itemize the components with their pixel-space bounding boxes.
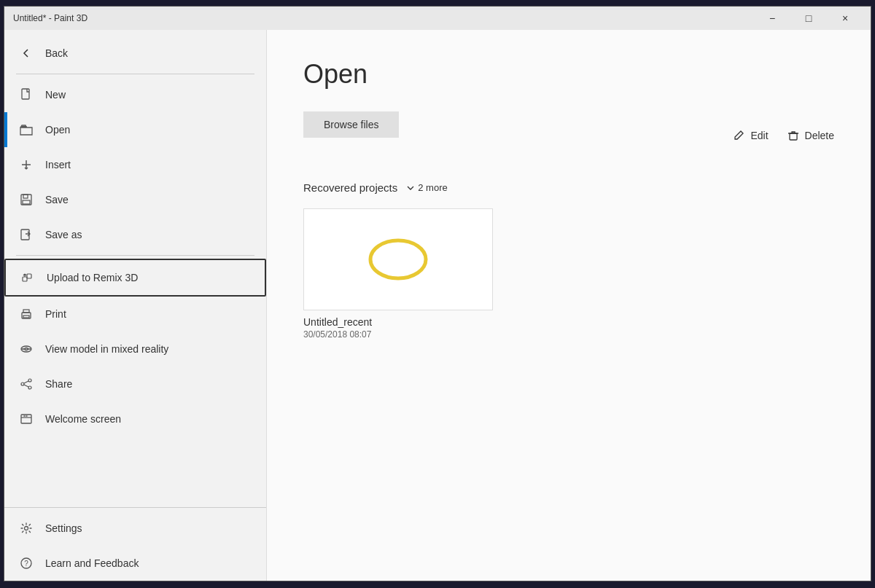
sidebar-item-feedback[interactable]: ? Learn and Feedback bbox=[4, 546, 266, 581]
back-icon bbox=[19, 46, 34, 60]
sidebar-feedback-label: Learn and Feedback bbox=[45, 557, 139, 569]
svg-point-17 bbox=[25, 527, 28, 530]
upload-icon bbox=[20, 270, 35, 285]
mixed-reality-icon bbox=[19, 342, 34, 356]
edit-label: Edit bbox=[750, 130, 768, 141]
title-bar: Untitled* - Paint 3D − □ × bbox=[4, 7, 871, 30]
project-grid: Untitled_recent 30/05/2018 08:07 bbox=[303, 208, 834, 340]
feedback-icon: ? bbox=[19, 556, 34, 571]
welcome-icon bbox=[19, 412, 34, 426]
sidebar-new-label: New bbox=[45, 89, 66, 101]
svg-rect-3 bbox=[23, 195, 28, 198]
sidebar-save-as-label: Save as bbox=[45, 229, 82, 240]
sidebar-divider-2 bbox=[16, 255, 254, 256]
back-label: Back bbox=[45, 47, 68, 59]
minimize-button[interactable]: − bbox=[755, 7, 789, 30]
save-as-icon bbox=[19, 227, 34, 242]
page-title: Open bbox=[303, 59, 834, 90]
project-card[interactable]: Untitled_recent 30/05/2018 08:07 bbox=[303, 208, 493, 340]
sidebar-item-print[interactable]: Print bbox=[4, 297, 266, 332]
edit-button[interactable]: Edit bbox=[731, 128, 768, 143]
close-button[interactable]: × bbox=[828, 7, 862, 30]
new-doc-icon bbox=[19, 87, 34, 102]
project-name: Untitled_recent bbox=[303, 316, 493, 328]
print-icon bbox=[19, 307, 34, 321]
sidebar-item-save-as[interactable]: Save as bbox=[4, 217, 266, 252]
sidebar-divider-1 bbox=[16, 74, 254, 74]
svg-rect-20 bbox=[790, 133, 797, 140]
svg-point-15 bbox=[21, 383, 24, 385]
sidebar-settings-label: Settings bbox=[45, 522, 82, 534]
sidebar-item-save[interactable]: Save bbox=[4, 182, 266, 217]
edit-delete-group: Edit Delete bbox=[731, 128, 834, 143]
window-controls: − □ × bbox=[755, 7, 862, 30]
sidebar-welcome-label: Welcome screen bbox=[45, 413, 121, 425]
sidebar-item-new[interactable]: New bbox=[4, 77, 266, 112]
sidebar: Back New bbox=[4, 30, 267, 581]
delete-button[interactable]: Delete bbox=[786, 128, 834, 143]
sidebar-bottom: Settings ? Learn and Feedback bbox=[4, 507, 266, 581]
open-icon bbox=[19, 122, 34, 137]
window-title: Untitled* - Paint 3D bbox=[13, 13, 88, 23]
sidebar-save-label: Save bbox=[45, 194, 69, 205]
save-icon bbox=[19, 192, 34, 207]
svg-point-14 bbox=[28, 386, 31, 389]
sidebar-item-mixed-reality[interactable]: View model in mixed reality bbox=[4, 332, 266, 366]
sidebar-item-upload[interactable]: Upload to Remix 3D bbox=[4, 259, 266, 297]
delete-label: Delete bbox=[805, 130, 834, 141]
sidebar-share-label: Share bbox=[45, 378, 72, 390]
share-icon bbox=[19, 377, 34, 391]
svg-point-21 bbox=[370, 240, 426, 278]
sidebar-item-share[interactable]: Share bbox=[4, 366, 266, 401]
sidebar-item-settings[interactable]: Settings bbox=[4, 511, 266, 546]
sidebar-item-insert[interactable]: Insert bbox=[4, 147, 266, 182]
svg-rect-4 bbox=[23, 200, 30, 204]
sidebar-spacer bbox=[4, 436, 266, 507]
sidebar-upload-label: Upload to Remix 3D bbox=[47, 272, 138, 283]
svg-rect-7 bbox=[27, 274, 31, 278]
chevron-down-icon bbox=[406, 184, 415, 192]
section-header: Recovered projects 2 more bbox=[303, 181, 834, 194]
svg-rect-6 bbox=[23, 277, 27, 281]
svg-point-13 bbox=[28, 379, 31, 382]
more-label: 2 more bbox=[418, 182, 447, 193]
delete-icon bbox=[786, 128, 801, 143]
sidebar-item-open[interactable]: Open bbox=[4, 112, 266, 147]
project-sketch bbox=[354, 230, 442, 289]
svg-rect-10 bbox=[23, 315, 29, 318]
browse-files-button[interactable]: Browse files bbox=[303, 111, 399, 138]
sidebar-item-back[interactable]: Back bbox=[4, 36, 266, 71]
svg-text:?: ? bbox=[24, 560, 28, 568]
project-thumbnail bbox=[303, 208, 493, 310]
app-window: Untitled* - Paint 3D − □ × Back bbox=[4, 6, 871, 581]
main-content: Open Browse files Edit bbox=[267, 30, 871, 581]
sidebar-open-label: Open bbox=[45, 124, 70, 136]
settings-icon bbox=[19, 521, 34, 536]
sidebar-print-label: Print bbox=[45, 308, 66, 320]
more-link[interactable]: 2 more bbox=[406, 182, 447, 193]
edit-icon bbox=[731, 128, 746, 143]
insert-icon bbox=[19, 157, 34, 172]
sidebar-item-welcome[interactable]: Welcome screen bbox=[4, 401, 266, 436]
maximize-button[interactable]: □ bbox=[792, 7, 825, 30]
sidebar-insert-label: Insert bbox=[45, 159, 71, 170]
content-area: Back New bbox=[4, 30, 871, 581]
project-date: 30/05/2018 08:07 bbox=[303, 329, 493, 340]
sidebar-mixed-reality-label: View model in mixed reality bbox=[45, 343, 168, 355]
svg-rect-5 bbox=[21, 230, 29, 240]
svg-rect-0 bbox=[22, 89, 29, 99]
open-actions-row: Browse files Edit bbox=[303, 111, 834, 160]
recovered-projects-label: Recovered projects bbox=[303, 181, 397, 194]
